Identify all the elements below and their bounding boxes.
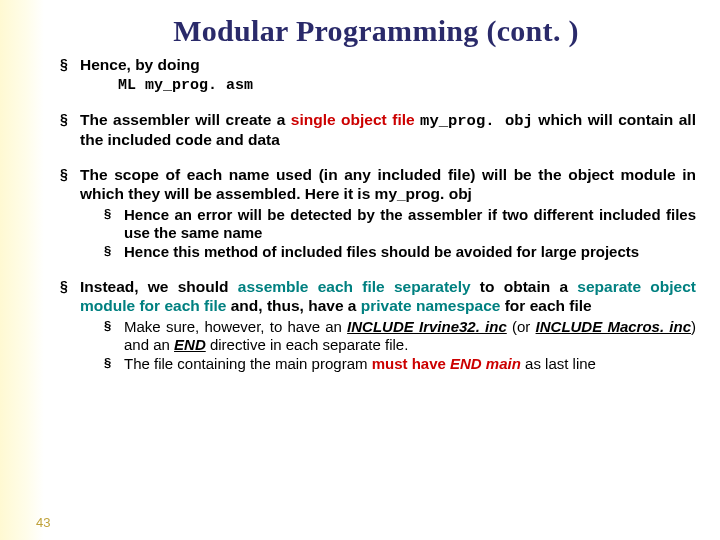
slide-body: Hence, by doing ML my_prog. asm The asse… bbox=[56, 56, 696, 373]
bullet-4-pre: Instead, we should bbox=[80, 278, 238, 295]
bullet-2-pre: The assembler will create a bbox=[80, 111, 291, 128]
bullet-4-teal3: private namespace bbox=[361, 297, 501, 314]
bullet-3-sub2-text: Hence this method of included files shou… bbox=[124, 243, 639, 260]
bullet-3-main: The scope of each name used (in any incl… bbox=[80, 166, 696, 202]
bullet-4-sub1-inc2: INCLUDE Macros. inc bbox=[536, 318, 691, 335]
bullet-4-sub1-post: directive in each separate file. bbox=[206, 336, 409, 353]
bullet-4-sub2-endmain: END main bbox=[450, 355, 521, 372]
bullet-2: The assembler will create a single objec… bbox=[60, 111, 696, 150]
bullet-2-code: my_prog. obj bbox=[420, 112, 533, 130]
bullet-4-mid2: and, thus, have a bbox=[226, 297, 360, 314]
bullet-4-teal1: assemble each file separately bbox=[238, 278, 471, 295]
bullet-4: Instead, we should assemble each file se… bbox=[60, 278, 696, 374]
bullet-1-code: ML my_prog. asm bbox=[118, 77, 696, 95]
bullet-4-sub2-pre: The file containing the main program bbox=[124, 355, 372, 372]
bullet-3: The scope of each name used (in any incl… bbox=[60, 166, 696, 262]
bullet-4-sub1-end: END bbox=[174, 336, 206, 353]
bullet-2-red: single object file bbox=[291, 111, 420, 128]
bullet-4-sub1-pre: Make sure, however, to have an bbox=[124, 318, 347, 335]
page-title: Modular Programming (cont. ) bbox=[56, 14, 696, 48]
bullet-1-text: Hence, by doing bbox=[80, 56, 200, 73]
bullet-4-sub1: Make sure, however, to have an INCLUDE I… bbox=[104, 318, 696, 355]
bullet-3-sub2: Hence this method of included files shou… bbox=[104, 243, 696, 261]
slide: Modular Programming (cont. ) Hence, by d… bbox=[0, 0, 720, 540]
bullet-4-sub2: The file containing the main program mus… bbox=[104, 355, 696, 373]
bullet-3-sub1: Hence an error will be detected by the a… bbox=[104, 206, 696, 243]
bullet-3-sub1-text: Hence an error will be detected by the a… bbox=[124, 206, 696, 241]
bullet-4-sub2-red: must have bbox=[372, 355, 450, 372]
bullet-4-sub2-post: as last line bbox=[521, 355, 596, 372]
bullet-4-mid1: to obtain a bbox=[471, 278, 578, 295]
bullet-1: Hence, by doing ML my_prog. asm bbox=[60, 56, 696, 95]
bullet-4-sub1-inc1: INCLUDE Irvine32. inc bbox=[347, 318, 507, 335]
bullet-4-sub1-mid: (or bbox=[507, 318, 536, 335]
bullet-4-post: for each file bbox=[500, 297, 591, 314]
page-number: 43 bbox=[36, 515, 50, 530]
